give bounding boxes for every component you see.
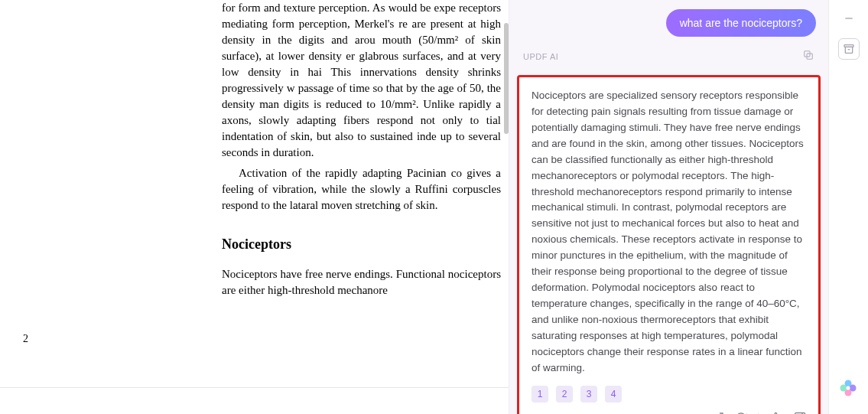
reference-chip[interactable]: 3 — [580, 386, 597, 403]
svg-point-10 — [840, 385, 847, 392]
user-message-bubble: what are the nociceptors? — [666, 9, 816, 37]
reference-chips: 1 2 3 4 — [532, 386, 806, 403]
chat-panel: what are the nociceptors? UPDF AI Nocice… — [509, 0, 828, 414]
archive-icon[interactable] — [838, 38, 860, 60]
thumbs-up-icon[interactable] — [769, 412, 782, 414]
ai-response-text: Nociceptors are specialized sensory rece… — [532, 88, 806, 377]
page-number: 2 — [23, 333, 28, 345]
doc-section-heading: Nociceptors — [222, 235, 501, 254]
response-actions — [532, 412, 806, 414]
svg-rect-5 — [845, 47, 852, 53]
copy-icon[interactable] — [802, 49, 814, 64]
right-rail — [828, 0, 868, 414]
doc-paragraph: Nociceptors have free nerve endings. Fun… — [222, 266, 501, 298]
svg-point-11 — [847, 386, 850, 390]
reference-chip[interactable]: 1 — [532, 386, 548, 403]
minimize-icon[interactable] — [838, 8, 860, 29]
chat-header: what are the nociceptors? UPDF AI — [509, 0, 828, 70]
reference-chip[interactable]: 2 — [556, 386, 573, 403]
app-logo-icon[interactable] — [837, 377, 859, 399]
thumbs-down-icon[interactable] — [793, 412, 806, 414]
doc-paragraph: for form and texture perception. As woul… — [222, 0, 501, 161]
ai-label-row: UPDF AI — [522, 49, 816, 64]
document-content: for form and texture perception. As woul… — [0, 0, 509, 298]
ai-label: UPDF AI — [523, 52, 558, 61]
doc-paragraph: Activation of the rapidly adapting Pacin… — [222, 165, 501, 214]
ai-response-box: Nociceptors are specialized sensory rece… — [517, 75, 821, 414]
reference-chip[interactable]: 4 — [605, 386, 622, 403]
document-panel: for form and texture perception. As woul… — [0, 0, 509, 414]
doc-footer-divider — [0, 387, 509, 388]
